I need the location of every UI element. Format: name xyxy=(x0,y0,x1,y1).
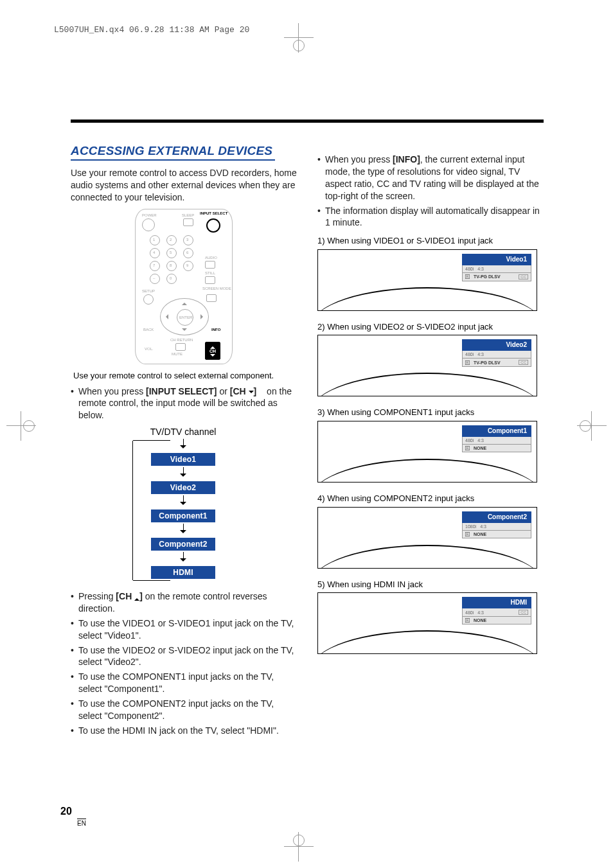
back-label: BACK xyxy=(143,328,154,332)
osd-line2: 🅁NONE xyxy=(462,617,531,624)
down-arrow-icon xyxy=(132,467,235,480)
screen-mode-button xyxy=(206,294,217,302)
bullet-auto-dismiss: The information display will automatical… xyxy=(317,205,544,229)
section-title: ACCESSING EXTERNAL DEVICES xyxy=(71,145,275,161)
input-flow: TV/DTV channel Video1 Video2 Component1 … xyxy=(132,427,235,585)
remote-caption: Use your remote control to select extern… xyxy=(73,371,297,382)
osd-line2: 🅁TV-PG DLSVCC xyxy=(462,359,531,367)
power-label: POWER xyxy=(142,213,157,217)
screen5-preview: HDMI 480i4:3CC 🅁NONE xyxy=(317,592,537,654)
screen1-caption: 1) When using VIDEO1 or S-VIDEO1 input j… xyxy=(317,235,544,247)
osd-line1: 480i4:3 xyxy=(462,351,531,359)
ch-rocker: CH xyxy=(205,342,220,360)
bullet-video1: To use the VIDEO1 or S-VIDEO1 input jack… xyxy=(71,617,297,642)
flow-hdmi: HDMI xyxy=(151,566,215,579)
osd-1: Video1 480i4:3 🅁TV-PG DLSVCC xyxy=(462,254,531,281)
screen2-preview: Video2 480i4:3 🅁TV-PG DLSVCC xyxy=(317,335,537,396)
still-label: STILL xyxy=(205,271,215,275)
bullet-hdmi: To use the HDMI IN jack on the TV, selec… xyxy=(71,725,297,737)
screen5-caption: 5) When using HDMI IN jack xyxy=(317,579,544,590)
left-column: ACCESSING EXTERNAL DEVICES Use your remo… xyxy=(71,145,297,740)
down-arrow-icon xyxy=(132,495,235,508)
up-arrow-icon xyxy=(182,300,187,305)
osd-title: Component2 xyxy=(462,511,531,523)
bullet-component1: To use the COMPONENT1 input jacks on the… xyxy=(71,671,297,695)
osd-line2: 🅁NONE xyxy=(462,531,531,538)
osd-line2: 🅁TV-PG DLSVCC xyxy=(462,273,531,281)
crop-mark-bottom xyxy=(284,832,314,862)
intro-text: Use your remote control to access DVD re… xyxy=(71,167,297,204)
ch-return-label: CH RETURN xyxy=(170,338,193,342)
down-triangle-icon xyxy=(249,391,254,396)
osd-5: HDMI 480i4:3CC 🅁NONE xyxy=(462,597,531,624)
osd-title: Video1 xyxy=(462,254,531,265)
power-button xyxy=(142,218,155,231)
osd-title: Video2 xyxy=(462,339,531,351)
setup-button xyxy=(143,294,154,305)
bullet-component2: To use the COMPONENT2 input jacks on the… xyxy=(71,698,297,722)
sleep-label: SLEEP xyxy=(182,213,194,217)
osd-line1: 480i4:3 xyxy=(462,265,531,273)
screen3-caption: 3) When using COMPONENT1 input jacks xyxy=(317,407,544,418)
bullet-info: When you press [INFO], the current exter… xyxy=(317,154,544,202)
flow-video2: Video2 xyxy=(151,481,215,494)
screen4-preview: Component2 1080i4:3 🅁NONE xyxy=(317,507,537,569)
input-select-button xyxy=(206,218,220,233)
down-arrow-icon xyxy=(132,524,235,536)
screen2-caption: 2) When using VIDEO2 or S-VIDEO2 input j… xyxy=(317,321,544,333)
up-triangle-icon xyxy=(134,596,139,601)
screen3-preview: Component1 480i4:3 🅁NONE xyxy=(317,421,537,483)
audio-button xyxy=(205,261,215,269)
osd-line2: 🅁NONE xyxy=(462,445,531,452)
sleep-button xyxy=(183,218,193,226)
osd-2: Video2 480i4:3 🅁TV-PG DLSVCC xyxy=(462,339,531,367)
flow-head: TV/DTV channel xyxy=(132,427,235,438)
screen-mode-label: SCREEN MODE xyxy=(202,287,231,290)
osd-3: Component1 480i4:3 🅁NONE xyxy=(462,425,531,452)
crop-mark-left xyxy=(6,411,36,441)
right-column: When you press [INFO], the current exter… xyxy=(317,145,544,740)
page-number: 20 xyxy=(60,806,72,817)
osd-line1: 1080i4:3 xyxy=(462,523,531,531)
down-arrow-icon xyxy=(182,328,187,333)
still-button xyxy=(205,276,215,284)
right-arrow-icon xyxy=(200,314,206,319)
flow-component1: Component1 xyxy=(151,509,215,522)
down-arrow-icon xyxy=(132,552,235,565)
osd-title: Component1 xyxy=(462,425,531,437)
bullet-ch-up: Pressing [CH ] on the remote control rev… xyxy=(71,590,297,615)
ch-return-button xyxy=(175,343,186,351)
print-header: L5007UH_EN.qx4 06.9.28 11:38 AM Page 20 xyxy=(54,26,249,34)
input-select-label: INPUT SELECT xyxy=(200,211,227,215)
flow-return-line xyxy=(132,441,134,580)
bullet-input-select: When you press [INPUT SELECT] or [CH ] o… xyxy=(71,385,297,422)
flow-video1: Video1 xyxy=(151,453,215,466)
osd-title: HDMI xyxy=(462,597,531,608)
dpad: ENTER xyxy=(160,298,209,335)
remote-illustration: POWER SLEEP INPUT SELECT 1 2 3 4 5 6 7 8… xyxy=(135,209,233,364)
screen4-caption: 4) When using COMPONENT2 input jacks xyxy=(317,493,544,504)
bullet-video2: To use the VIDEO2 or S-VIDEO2 input jack… xyxy=(71,644,297,669)
page-lang: EN xyxy=(77,819,86,827)
audio-label: AUDIO xyxy=(205,256,217,260)
setup-label: SETUP xyxy=(142,289,155,293)
crop-mark-right xyxy=(577,411,607,441)
left-arrow-icon xyxy=(163,314,168,319)
section-rule xyxy=(71,120,544,123)
osd-4: Component2 1080i4:3 🅁NONE xyxy=(462,511,531,538)
screen1-preview: Video1 480i4:3 🅁TV-PG DLSVCC xyxy=(317,249,537,311)
vol-label: VOL. xyxy=(145,347,154,351)
osd-line1: 480i4:3CC xyxy=(462,608,531,617)
crop-mark-top xyxy=(284,23,314,53)
info-label: INFO xyxy=(211,328,220,332)
enter-button: ENTER xyxy=(177,309,193,326)
flow-component2: Component2 xyxy=(151,538,215,551)
osd-line1: 480i4:3 xyxy=(462,437,531,445)
mute-label: MUTE xyxy=(172,352,182,356)
